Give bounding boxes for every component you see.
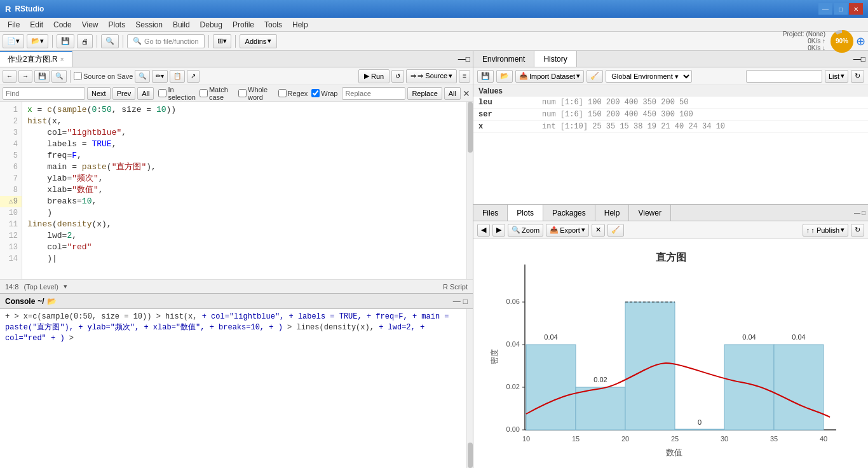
console-path-icon[interactable]: 📂 bbox=[47, 297, 57, 306]
plots-tab-plots[interactable]: Plots bbox=[508, 205, 543, 221]
wrap-checkbox[interactable] bbox=[311, 89, 320, 97]
env-selector[interactable]: Global Environment ▾ bbox=[606, 70, 692, 83]
source-on-save-checkbox[interactable] bbox=[74, 72, 82, 80]
find-all-button[interactable]: All bbox=[137, 87, 154, 100]
editor-minimize-btn[interactable]: — bbox=[458, 55, 466, 64]
menu-item-profile[interactable]: Profile bbox=[227, 19, 259, 31]
plus-icon[interactable]: ⊕ bbox=[856, 34, 865, 48]
editor-tab-r[interactable]: 作业2直方图.R × bbox=[0, 51, 72, 67]
replace-input[interactable] bbox=[342, 87, 405, 100]
find-next-button[interactable]: Next bbox=[87, 87, 111, 100]
et-compile-btn[interactable]: 📋 bbox=[170, 70, 185, 83]
menu-item-build[interactable]: Build bbox=[168, 19, 195, 31]
env-search-input[interactable] bbox=[746, 70, 822, 83]
plots-tab-viewer[interactable]: Viewer bbox=[629, 205, 670, 221]
print-button[interactable]: 🖨 bbox=[77, 34, 93, 48]
replace-all-button[interactable]: All bbox=[444, 87, 461, 100]
env-list-btn[interactable]: List ▾ bbox=[825, 70, 848, 83]
ser-name[interactable]: ser bbox=[478, 110, 542, 119]
save-button[interactable]: 💾 bbox=[57, 34, 74, 48]
leu-name[interactable]: leu bbox=[478, 98, 542, 107]
plots-clear-btn[interactable]: 🧹 bbox=[607, 224, 624, 237]
plots-export-btn[interactable]: 📤 Export ▾ bbox=[546, 224, 589, 237]
plots-delete-btn[interactable]: ✕ bbox=[592, 224, 605, 237]
regex-checkbox[interactable] bbox=[278, 89, 287, 97]
et-notebook-btn[interactable]: ↗ bbox=[187, 70, 200, 83]
wrap-label[interactable]: Wrap bbox=[311, 89, 337, 97]
env-tab-history[interactable]: History bbox=[534, 51, 576, 67]
menu-item-debug[interactable]: Debug bbox=[195, 19, 227, 31]
match-case-checkbox[interactable] bbox=[200, 89, 208, 97]
find-button[interactable]: 🔍 bbox=[101, 34, 119, 48]
import-dataset-btn[interactable]: 📥 Import Dataset ▾ bbox=[515, 70, 584, 83]
undo-button[interactable]: ← bbox=[3, 70, 17, 83]
rerun-button[interactable]: ↺ bbox=[391, 70, 404, 83]
console-minimize-btn[interactable]: — bbox=[453, 297, 461, 306]
source-on-save-label[interactable]: Source on Save bbox=[74, 72, 133, 80]
maximize-button[interactable]: □ bbox=[834, 3, 848, 15]
run-button[interactable]: ▶ Run bbox=[358, 69, 390, 83]
tab-close-icon[interactable]: × bbox=[60, 56, 64, 63]
plots-tab-files[interactable]: Files bbox=[473, 205, 508, 221]
menu-item-file[interactable]: File bbox=[3, 19, 25, 31]
plots-publish-btn[interactable]: ↑ ↑ Publish ▾ bbox=[803, 224, 848, 237]
editor-options-btn[interactable]: ≡ bbox=[459, 70, 470, 83]
plots-refresh-btn[interactable]: ↻ bbox=[851, 224, 864, 237]
console-scrollbar-thumb[interactable] bbox=[468, 443, 473, 468]
et-save-btn[interactable]: 💾 bbox=[34, 70, 50, 83]
env-refresh-btn[interactable]: ↻ bbox=[851, 70, 864, 83]
whole-word-label[interactable]: Whole word bbox=[238, 86, 275, 101]
addins-button[interactable]: Addins ▾ bbox=[240, 34, 278, 48]
find-close-icon[interactable]: ✕ bbox=[463, 88, 470, 99]
menu-item-session[interactable]: Session bbox=[130, 19, 168, 31]
redo-button[interactable]: → bbox=[18, 70, 32, 83]
editor-scrollbar-thumb[interactable] bbox=[468, 102, 473, 153]
regex-label[interactable]: Regex bbox=[278, 89, 308, 97]
replace-button[interactable]: Replace bbox=[407, 87, 442, 100]
whole-word-checkbox[interactable] bbox=[238, 89, 247, 97]
minimize-button[interactable]: — bbox=[818, 3, 832, 15]
grid-button[interactable]: ⊞▾ bbox=[213, 34, 231, 48]
close-button[interactable]: ✕ bbox=[849, 3, 863, 15]
editor-maximize-btn[interactable]: □ bbox=[466, 55, 470, 64]
env-save-btn[interactable]: 💾 bbox=[477, 70, 494, 83]
source-button[interactable]: ⇒ ⇒ Source ▾ bbox=[406, 69, 457, 83]
et-spellcheck-btn[interactable]: 🔍 bbox=[135, 70, 150, 83]
source-arrow-icon: ⇒ bbox=[410, 72, 416, 80]
menu-item-code[interactable]: Code bbox=[48, 19, 77, 31]
plots-maximize-btn[interactable]: □ bbox=[862, 209, 865, 216]
code-content[interactable]: x = c(sample(0:50, size = 10)) hist(x, c… bbox=[22, 102, 466, 279]
in-selection-label[interactable]: In selection bbox=[158, 86, 195, 101]
console-tab[interactable]: Console ~/ 📂 bbox=[5, 297, 57, 306]
new-file-button[interactable]: 📄▾ bbox=[3, 34, 24, 48]
plots-zoom-btn[interactable]: 🔍 Zoom bbox=[508, 224, 543, 237]
menu-item-help[interactable]: Help bbox=[287, 19, 313, 31]
env-load-btn[interactable]: 📂 bbox=[496, 70, 513, 83]
plots-minimize-btn[interactable]: — bbox=[854, 209, 860, 216]
env-minimize-btn[interactable]: — bbox=[853, 55, 861, 64]
menu-item-tools[interactable]: Tools bbox=[259, 19, 287, 31]
in-selection-checkbox[interactable] bbox=[158, 89, 166, 97]
plots-forward-btn[interactable]: ▶ bbox=[492, 224, 505, 237]
console-content[interactable]: + > x=c(sample(0:50, size = 10)) > hist(… bbox=[0, 309, 466, 468]
find-prev-button[interactable]: Prev bbox=[112, 87, 136, 100]
match-case-label[interactable]: Match case bbox=[200, 86, 234, 101]
find-input[interactable] bbox=[3, 87, 85, 100]
env-tab-environment[interactable]: Environment bbox=[473, 51, 534, 67]
plots-back-btn[interactable]: ◀ bbox=[477, 224, 490, 237]
env-maximize-btn[interactable]: □ bbox=[861, 55, 865, 64]
et-format-btn[interactable]: ✏▾ bbox=[152, 70, 168, 83]
env-clear-btn[interactable]: 🧹 bbox=[587, 70, 603, 83]
plots-tab-packages[interactable]: Packages bbox=[543, 205, 595, 221]
menu-item-edit[interactable]: Edit bbox=[25, 19, 48, 31]
et-search-btn[interactable]: 🔍 bbox=[51, 70, 67, 83]
editor-scrollbar[interactable] bbox=[466, 102, 473, 279]
x-name[interactable]: x bbox=[478, 122, 542, 131]
menu-item-view[interactable]: View bbox=[77, 19, 104, 31]
open-file-button[interactable]: 📂▾ bbox=[27, 34, 48, 48]
console-scrollbar[interactable] bbox=[466, 309, 473, 468]
plots-tab-help[interactable]: Help bbox=[595, 205, 630, 221]
menu-item-plots[interactable]: Plots bbox=[104, 19, 131, 31]
goto-file-button[interactable]: 🔍 Go to file/function bbox=[127, 34, 205, 48]
console-maximize-btn[interactable]: □ bbox=[463, 297, 468, 306]
